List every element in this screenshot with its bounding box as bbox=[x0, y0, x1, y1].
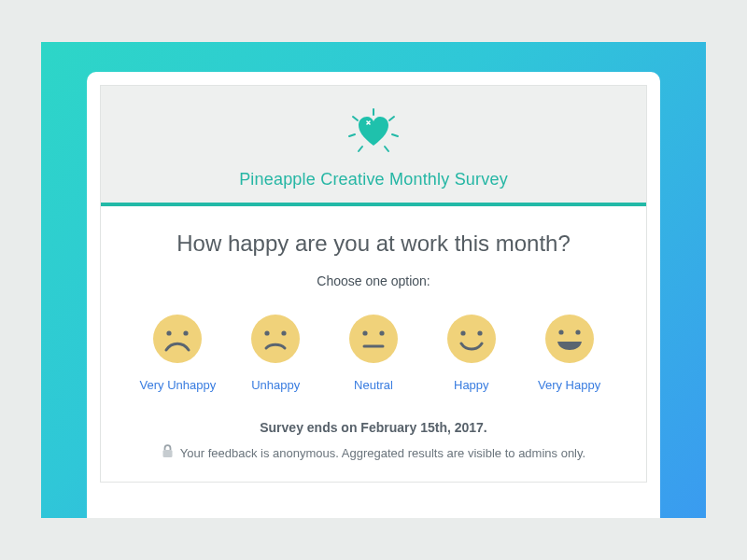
face-neutral-icon bbox=[347, 313, 400, 369]
svg-point-19 bbox=[477, 330, 482, 335]
svg-point-22 bbox=[575, 329, 580, 334]
survey-card: Pineapple Creative Monthly Survey How ha… bbox=[87, 72, 660, 518]
svg-point-7 bbox=[153, 315, 202, 363]
heart-burst-icon bbox=[342, 108, 405, 157]
face-happy-icon bbox=[445, 313, 498, 369]
privacy-note: Your feedback is anonymous. Aggregated r… bbox=[127, 444, 620, 461]
face-very-happy-icon bbox=[543, 313, 596, 369]
lock-icon bbox=[162, 444, 174, 461]
option-very-unhappy[interactable]: Very Unhappy bbox=[131, 313, 225, 392]
option-very-happy[interactable]: Very Happy bbox=[522, 313, 616, 392]
svg-line-1 bbox=[353, 117, 358, 120]
survey-title: Pineapple Creative Monthly Survey bbox=[110, 170, 637, 189]
svg-point-10 bbox=[251, 315, 300, 363]
svg-line-4 bbox=[392, 134, 398, 136]
face-unhappy-icon bbox=[249, 313, 302, 369]
privacy-text: Your feedback is anonymous. Aggregated r… bbox=[180, 446, 585, 460]
svg-point-14 bbox=[362, 330, 367, 335]
survey-content: How happy are you at work this month? Ch… bbox=[101, 206, 646, 482]
svg-point-11 bbox=[265, 330, 270, 335]
option-label: Happy bbox=[454, 378, 489, 392]
survey-card-inner: Pineapple Creative Monthly Survey How ha… bbox=[100, 85, 647, 483]
svg-point-8 bbox=[167, 330, 172, 335]
option-label: Very Happy bbox=[538, 378, 600, 392]
svg-point-20 bbox=[545, 315, 594, 363]
gradient-backdrop: Pineapple Creative Monthly Survey How ha… bbox=[41, 42, 706, 518]
option-neutral[interactable]: Neutral bbox=[327, 313, 421, 392]
svg-point-21 bbox=[558, 329, 563, 334]
svg-point-17 bbox=[447, 315, 496, 363]
svg-line-3 bbox=[349, 134, 355, 136]
svg-point-9 bbox=[184, 330, 189, 335]
svg-rect-23 bbox=[162, 450, 172, 457]
face-very-unhappy-icon bbox=[151, 313, 204, 369]
survey-instruction: Choose one option: bbox=[127, 273, 620, 288]
option-label: Very Unhappy bbox=[140, 378, 217, 392]
svg-line-5 bbox=[359, 147, 362, 151]
svg-point-12 bbox=[282, 330, 287, 335]
survey-banner: Pineapple Creative Monthly Survey bbox=[101, 86, 646, 203]
svg-line-6 bbox=[385, 147, 388, 151]
survey-question: How happy are you at work this month? bbox=[127, 231, 620, 257]
option-unhappy[interactable]: Unhappy bbox=[229, 313, 323, 392]
option-happy[interactable]: Happy bbox=[424, 313, 518, 392]
stage: Pineapple Creative Monthly Survey How ha… bbox=[0, 0, 747, 560]
survey-deadline: Survey ends on February 15th, 2017. bbox=[127, 420, 620, 435]
svg-point-15 bbox=[379, 330, 384, 335]
option-label: Neutral bbox=[354, 378, 393, 392]
option-label: Unhappy bbox=[251, 378, 300, 392]
rating-options: Very Unhappy Unhappy Neu bbox=[131, 313, 616, 392]
svg-point-18 bbox=[460, 330, 465, 335]
svg-line-2 bbox=[389, 117, 394, 120]
svg-point-13 bbox=[349, 315, 398, 363]
